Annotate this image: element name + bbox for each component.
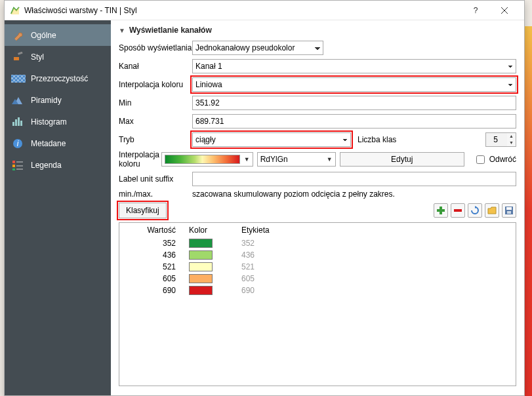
pyramids-icon <box>11 94 26 106</box>
load-button[interactable] <box>485 203 499 218</box>
row-suffix: Label unit suffix <box>119 171 516 187</box>
svg-rect-11 <box>15 119 17 126</box>
mode-select[interactable]: ciągły <box>192 132 351 147</box>
suffix-input[interactable] <box>192 172 516 186</box>
sidebar-item-label: Piramidy <box>31 96 62 105</box>
sidebar-item-transparency[interactable]: Przezroczystość <box>5 68 111 89</box>
suffix-label: Label unit suffix <box>119 174 192 184</box>
sidebar-item-style[interactable]: Styl <box>5 46 111 68</box>
row-value: 436 <box>123 250 189 260</box>
max-input[interactable] <box>192 114 516 129</box>
table-row[interactable]: 690690 <box>123 285 512 296</box>
render-type-select[interactable]: Jednokanałowy pseudokolor <box>192 41 323 55</box>
classify-button[interactable]: Klasyfikuj <box>119 203 167 218</box>
sidebar-item-label: Histogram <box>31 117 67 127</box>
band-label: Kanał <box>119 62 192 71</box>
remove-class-button[interactable] <box>451 203 465 218</box>
row-label: 436 <box>241 250 294 260</box>
help-button[interactable]: ? <box>461 1 490 20</box>
titlebar: Właściwości warstwy - TIN | Styl ? <box>5 1 524 20</box>
row-colormap: Interpolacja koloru ▼ RdYlGn ▼ Edytuj Od… <box>119 150 516 168</box>
sidebar-item-general[interactable]: Ogólne <box>5 24 111 46</box>
sidebar-item-metadata[interactable]: i Metadane <box>5 132 111 154</box>
row-color-swatch[interactable] <box>189 286 213 295</box>
table-row[interactable]: 605605 <box>123 273 512 285</box>
section-header[interactable]: ▼ Wyświetlanie kanałów <box>119 26 516 35</box>
sidebar-item-legend[interactable]: Legenda <box>5 154 111 176</box>
row-value: 605 <box>123 274 189 283</box>
minmax-label: min./max. <box>119 189 192 199</box>
dialog-window: Właściwości warstwy - TIN | Styl ? Ogóln… <box>4 0 525 396</box>
row-mode: Tryb ciągły Liczba klas ▲▼ <box>119 132 516 148</box>
min-input[interactable] <box>192 96 516 110</box>
invert-checkbox[interactable]: Odwróć <box>474 153 516 166</box>
svg-rect-24 <box>454 209 462 212</box>
svg-rect-13 <box>20 121 22 126</box>
row-label: 352 <box>241 239 294 248</box>
classcount-spinner[interactable]: ▲▼ <box>485 132 516 147</box>
classcount-input[interactable] <box>485 132 508 147</box>
svg-rect-10 <box>12 122 14 126</box>
window-title: Właściwości warstwy - TIN | Styl <box>24 6 461 15</box>
save-button[interactable] <box>502 203 516 218</box>
row-value: 521 <box>123 262 189 271</box>
section-title: Wyświetlanie kanałów <box>129 26 212 35</box>
class-table-header: Wartość Kolor Etykieta <box>123 226 512 235</box>
chevron-down-icon: ▼ <box>327 156 333 163</box>
wrench-icon <box>11 30 26 41</box>
row-color-swatch[interactable] <box>189 262 213 271</box>
chevron-down-icon: ▼ <box>244 156 250 163</box>
sidebar-item-label: Legenda <box>31 161 62 170</box>
col-color-header: Kolor <box>189 226 241 235</box>
row-label: 690 <box>241 286 294 295</box>
svg-rect-3 <box>18 52 23 55</box>
invert-checkbox-input[interactable] <box>476 155 485 164</box>
ramp-name-select[interactable]: RdYlGn ▼ <box>257 152 336 167</box>
main-panel: ▼ Wyświetlanie kanałów Sposób wyświetlan… <box>111 20 524 395</box>
row-color-swatch[interactable] <box>189 274 213 283</box>
row-band: Kanał Kanał 1 <box>119 58 516 74</box>
info-icon: i <box>11 138 26 149</box>
sidebar-item-label: Styl <box>31 52 44 62</box>
svg-rect-28 <box>507 211 511 214</box>
edit-ramp-button[interactable]: Edytuj <box>340 152 464 167</box>
row-interp: Interpolacja koloru Liniowa <box>119 77 516 92</box>
class-table[interactable]: Wartość Kolor Etykieta 35235243643652152… <box>119 222 516 386</box>
table-row[interactable]: 436436 <box>123 249 512 261</box>
histogram-icon <box>11 116 26 128</box>
table-row[interactable]: 352352 <box>123 237 512 249</box>
min-label: Min <box>119 98 192 108</box>
mode-label: Tryb <box>119 135 192 144</box>
expand-arrow-icon: ▼ <box>119 27 125 34</box>
band-select[interactable]: Kanał 1 <box>192 59 516 73</box>
sidebar-item-histogram[interactable]: Histogram <box>5 111 111 132</box>
invert-label: Odwróć <box>489 155 516 164</box>
row-classify-buttons: Klasyfikuj <box>119 203 516 218</box>
close-button[interactable] <box>490 1 519 20</box>
app-icon <box>10 5 20 16</box>
row-label: 521 <box>241 262 294 271</box>
svg-rect-5 <box>11 75 26 83</box>
svg-rect-2 <box>14 57 19 60</box>
row-minmax-info: min./max. szacowana skumulowany poziom o… <box>119 189 516 199</box>
row-color-swatch[interactable] <box>189 239 213 248</box>
spinner-up-icon[interactable]: ▲ <box>507 133 516 140</box>
row-min: Min <box>119 95 516 111</box>
interp-label: Interpolacja koloru <box>119 80 192 89</box>
row-label: 605 <box>241 274 294 283</box>
table-row[interactable]: 521521 <box>123 261 512 273</box>
row-color-swatch[interactable] <box>189 250 213 260</box>
color-ramp-preview <box>165 155 240 164</box>
render-type-label: Sposób wyświetlania <box>119 43 192 52</box>
interpolation-select[interactable]: Liniowa <box>192 77 516 92</box>
row-render-type: Sposób wyświetlania Jednokanałowy pseudo… <box>119 40 516 56</box>
refresh-button[interactable] <box>468 203 482 218</box>
svg-rect-27 <box>506 207 512 210</box>
svg-rect-16 <box>12 161 15 163</box>
sidebar-item-pyramids[interactable]: Piramidy <box>5 89 111 111</box>
spinner-down-icon[interactable]: ▼ <box>507 140 516 146</box>
add-class-button[interactable] <box>434 203 448 218</box>
svg-rect-12 <box>18 117 20 126</box>
color-ramp-select[interactable]: ▼ <box>161 152 253 167</box>
ramp-name-value: RdYlGn <box>260 155 288 164</box>
